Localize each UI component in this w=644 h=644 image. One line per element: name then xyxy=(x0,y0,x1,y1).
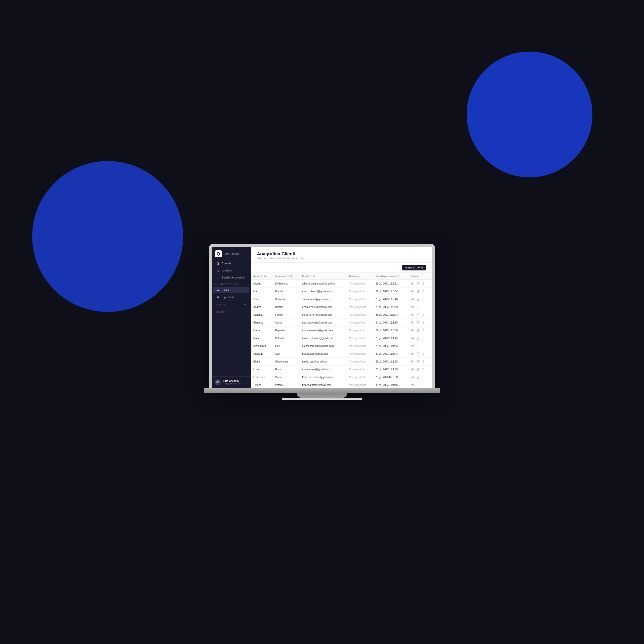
cell-data: 28 giu 2023 11:3:04 xyxy=(373,311,408,319)
edit-button[interactable] xyxy=(416,328,420,332)
view-button[interactable] xyxy=(411,352,415,356)
edit-button[interactable] xyxy=(416,297,420,301)
more-button[interactable] xyxy=(422,375,426,379)
laptop-stand xyxy=(297,393,347,398)
page-subtitle: Lista degli utenti registrati alla piatt… xyxy=(257,257,426,260)
edit-button[interactable] xyxy=(416,305,420,309)
svg-point-29 xyxy=(423,323,424,324)
view-button[interactable] xyxy=(411,375,415,379)
svg-point-31 xyxy=(423,329,424,330)
sidebar-item-statistiche-location[interactable]: Statistiche Location xyxy=(213,274,249,281)
view-button[interactable] xyxy=(411,336,415,340)
sidebar-item-dipendenti[interactable]: Dipendenti xyxy=(213,294,249,300)
nome-sort-icon[interactable]: ⇅ xyxy=(261,275,263,277)
sidebar-item-clienti[interactable]: Clienti xyxy=(213,287,249,293)
more-button[interactable] xyxy=(422,367,426,371)
cell-data: 29 giu 2023 11:3:00 xyxy=(373,327,408,334)
laptop-screen-inner: Safe Checkin Azienda Location xyxy=(212,247,432,388)
more-button[interactable] xyxy=(422,313,426,317)
edit-button[interactable] xyxy=(416,320,420,325)
view-button[interactable] xyxy=(411,313,415,317)
more-button[interactable] xyxy=(422,383,426,387)
email-search-icon[interactable]: 🔍 xyxy=(312,275,315,277)
table-row: Riccardo Galli marco.galli@gmail.com Non… xyxy=(251,350,432,358)
more-button[interactable] xyxy=(422,359,426,364)
cell-email: mattia.colombo@gmail.com xyxy=(300,334,346,342)
cognome-sort-icon[interactable]: ⇅ xyxy=(287,275,289,277)
view-button[interactable] xyxy=(411,367,415,371)
data-sort-icon[interactable]: ⇅ xyxy=(398,275,400,277)
cell-cognome: Rossi xyxy=(273,366,300,373)
nome-search-icon[interactable]: 🔍 xyxy=(264,275,266,277)
cell-data: 29 giu 2023 11:8:28 xyxy=(373,358,408,366)
cell-telefono: Non specificato xyxy=(346,280,373,288)
sidebar-item-clienti-label: Clienti xyxy=(222,289,229,292)
svg-point-25 xyxy=(423,315,424,316)
more-button[interactable] xyxy=(422,281,426,286)
cell-telefono: Non specificata xyxy=(346,342,373,350)
sidebar-section-amministrazione: Amministrazione xyxy=(212,281,251,287)
cell-azioni xyxy=(408,303,432,311)
cell-azioni xyxy=(408,366,432,373)
more-button[interactable] xyxy=(422,344,426,348)
edit-button[interactable] xyxy=(416,336,420,340)
cell-telefono: Non specificato xyxy=(346,381,373,388)
cell-cognome: Bianchi xyxy=(273,288,300,295)
edit-button[interactable] xyxy=(416,383,420,387)
edit-button[interactable] xyxy=(416,367,420,371)
more-button[interactable] xyxy=(422,289,426,293)
table-row: Alessandra Galli alessandra.galli@gmail.… xyxy=(251,342,432,350)
edit-button[interactable] xyxy=(416,344,420,348)
email-sort-icon[interactable]: ⇅ xyxy=(310,275,311,277)
cell-nome: Marta xyxy=(251,327,273,334)
more-button[interactable] xyxy=(422,297,426,301)
svg-point-33 xyxy=(423,331,424,332)
edit-button[interactable] xyxy=(416,313,420,317)
view-button[interactable] xyxy=(411,359,415,364)
cell-telefono: Non specificato xyxy=(346,288,373,295)
edit-button[interactable] xyxy=(416,281,420,286)
cell-azioni xyxy=(408,342,432,350)
more-button[interactable] xyxy=(422,352,426,356)
svg-point-7 xyxy=(423,283,424,283)
svg-point-42 xyxy=(412,353,413,354)
bar-chart-icon xyxy=(216,276,220,279)
edit-button[interactable] xyxy=(416,375,420,379)
cell-azioni xyxy=(408,358,432,366)
svg-point-32 xyxy=(423,330,424,331)
main-toolbar: Aggiungi Utente xyxy=(251,263,432,273)
svg-point-43 xyxy=(423,353,424,353)
view-button[interactable] xyxy=(411,344,415,348)
more-button[interactable] xyxy=(422,336,426,340)
svg-point-52 xyxy=(423,369,424,370)
sidebar-footer: SC Safe Checkin safe@checkin.com xyxy=(212,376,251,388)
view-button[interactable] xyxy=(411,297,415,301)
view-button[interactable] xyxy=(411,289,415,293)
sidebar-item-location[interactable]: Location xyxy=(213,267,249,274)
cell-telefono: Non specificato xyxy=(346,334,373,342)
cognome-search-icon[interactable]: 🔍 xyxy=(290,275,293,277)
view-button[interactable] xyxy=(411,281,415,286)
edit-button[interactable] xyxy=(416,359,420,364)
cell-data: 29 giu 2023 11:2:40 xyxy=(373,295,408,303)
sidebar-logo: Safe Checkin xyxy=(212,247,251,260)
view-button[interactable] xyxy=(411,305,415,309)
more-button[interactable] xyxy=(422,305,426,309)
svg-point-57 xyxy=(423,378,424,378)
notifiche-add-button[interactable]: + xyxy=(244,302,246,306)
view-button[interactable] xyxy=(411,383,415,387)
more-button[interactable] xyxy=(422,320,426,325)
cell-nome: Alberto xyxy=(251,280,273,288)
cell-azioni xyxy=(408,334,432,342)
view-button[interactable] xyxy=(411,320,415,325)
cell-cognome: Ferrari xyxy=(273,311,300,319)
add-user-button[interactable]: Aggiungi Utente xyxy=(402,265,426,270)
table-row: Marco Bianchi marco.bianchi@gmail.com No… xyxy=(251,288,432,295)
more-button[interactable] xyxy=(422,328,426,332)
edit-button[interactable] xyxy=(416,352,420,356)
view-button[interactable] xyxy=(411,328,415,332)
edit-button[interactable] xyxy=(416,289,420,293)
laptop-screen-outer: Safe Checkin Azienda Location xyxy=(209,244,435,388)
generale-add-button[interactable]: + xyxy=(244,310,246,314)
sidebar-item-azienda[interactable]: Azienda xyxy=(213,260,249,267)
